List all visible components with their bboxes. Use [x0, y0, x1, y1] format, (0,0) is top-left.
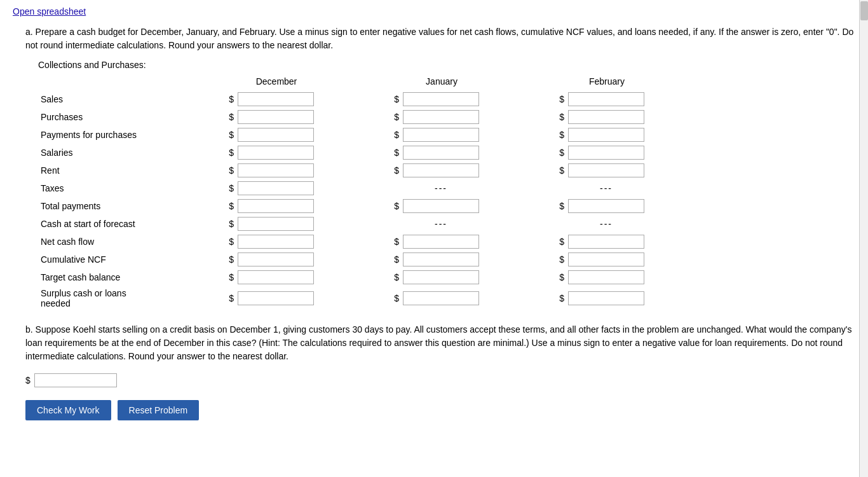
- dash-row5-col1: ---: [403, 183, 479, 193]
- input-row2-col0[interactable]: [238, 128, 314, 142]
- cell-row2-col0[interactable]: [235, 126, 318, 144]
- cell-row6-col1[interactable]: [400, 197, 483, 215]
- cell-row10-col1[interactable]: [400, 268, 483, 286]
- cell-row9-col2[interactable]: [566, 251, 648, 268]
- dollar-sign-row10-col1: $: [318, 268, 400, 286]
- input-row8-col1[interactable]: [403, 235, 479, 249]
- input-row8-col0[interactable]: [238, 235, 314, 249]
- input-row11-col0[interactable]: [238, 291, 314, 305]
- cell-row2-col1[interactable]: [400, 126, 483, 144]
- input-row10-col2[interactable]: [568, 270, 644, 284]
- cell-row7-col2: ---: [566, 215, 648, 233]
- cell-row3-col1[interactable]: [400, 144, 483, 162]
- input-row1-col0[interactable]: [238, 110, 314, 124]
- cell-row4-col2[interactable]: [566, 162, 648, 179]
- open-spreadsheet-link[interactable]: Open spreadsheet: [13, 6, 86, 17]
- cell-row8-col2[interactable]: [566, 233, 648, 251]
- cell-row9-col1[interactable]: [400, 251, 483, 268]
- cell-row7-col0[interactable]: [235, 215, 318, 233]
- cell-row9-col0[interactable]: [235, 251, 318, 268]
- input-row8-col2[interactable]: [568, 235, 644, 249]
- cell-row1-col0[interactable]: [235, 108, 318, 126]
- input-row5-col0[interactable]: [238, 181, 314, 195]
- input-row11-col1[interactable]: [403, 291, 479, 305]
- input-row2-col1[interactable]: [403, 128, 479, 142]
- input-row6-col2[interactable]: [568, 199, 644, 213]
- input-row0-col1[interactable]: [403, 92, 479, 106]
- cell-row3-col0[interactable]: [235, 144, 318, 162]
- cell-row3-col2[interactable]: [566, 144, 648, 162]
- row-label-7: Cash at start of forecast: [38, 215, 153, 233]
- cell-row5-col1: ---: [400, 179, 483, 197]
- dollar-sign-row2-col1: $: [318, 126, 400, 144]
- input-row3-col2[interactable]: [568, 146, 644, 160]
- input-row9-col1[interactable]: [403, 252, 479, 266]
- dollar-sign-row5-col1: [318, 179, 400, 197]
- dollar-sign-row10-col0: $: [153, 268, 235, 286]
- part-b-answer-input[interactable]: [34, 373, 117, 387]
- check-my-work-button[interactable]: Check My Work: [25, 400, 111, 420]
- input-row10-col0[interactable]: [238, 270, 314, 284]
- dollar-sign-row0-col0: $: [153, 90, 235, 108]
- dollar-sign-row11-col1: $: [318, 286, 400, 310]
- section-title: Collections and Purchases:: [13, 60, 855, 70]
- reset-problem-button[interactable]: Reset Problem: [118, 400, 200, 420]
- cell-row10-col2[interactable]: [566, 268, 648, 286]
- dollar-sign-row2-col0: $: [153, 126, 235, 144]
- cell-row1-col2[interactable]: [566, 108, 648, 126]
- cell-row5-col0[interactable]: [235, 179, 318, 197]
- cell-row11-col2[interactable]: [566, 286, 648, 310]
- cell-row7-col1: ---: [400, 215, 483, 233]
- cell-row0-col2[interactable]: [566, 90, 648, 108]
- cell-row4-col1[interactable]: [400, 162, 483, 179]
- dollar-sign-row11-col2: $: [483, 286, 566, 310]
- cell-row8-col1[interactable]: [400, 233, 483, 251]
- input-row0-col0[interactable]: [238, 92, 314, 106]
- row-label-5: Taxes: [38, 179, 153, 197]
- scrollbar-thumb[interactable]: [860, 1, 868, 20]
- input-row11-col2[interactable]: [568, 291, 644, 305]
- dollar-sign-row6-col0: $: [153, 197, 235, 215]
- cell-row6-col0[interactable]: [235, 197, 318, 215]
- dollar-sign-row6-col2: $: [483, 197, 566, 215]
- cell-row4-col0[interactable]: [235, 162, 318, 179]
- input-row10-col1[interactable]: [403, 270, 479, 284]
- input-row1-col1[interactable]: [403, 110, 479, 124]
- dollar-sign-row9-col0: $: [153, 251, 235, 268]
- dollar-sign-row8-col0: $: [153, 233, 235, 251]
- part-b-text: b. Suppose Koehl starts selling on a cre…: [13, 323, 855, 363]
- dollar-sign-row1-col2: $: [483, 108, 566, 126]
- input-row9-col0[interactable]: [238, 252, 314, 266]
- dollar-sign-row3-col0: $: [153, 144, 235, 162]
- row-label-2: Payments for purchases: [38, 126, 153, 144]
- input-row6-col0[interactable]: [238, 199, 314, 213]
- input-row2-col2[interactable]: [568, 128, 644, 142]
- input-row1-col2[interactable]: [568, 110, 644, 124]
- cell-row1-col1[interactable]: [400, 108, 483, 126]
- cell-row11-col1[interactable]: [400, 286, 483, 310]
- cell-row10-col0[interactable]: [235, 268, 318, 286]
- cell-row5-col2: ---: [566, 179, 648, 197]
- cell-row0-col1[interactable]: [400, 90, 483, 108]
- dollar-sign-row1-col0: $: [153, 108, 235, 126]
- dollar-sign-row0-col2: $: [483, 90, 566, 108]
- input-row3-col0[interactable]: [238, 146, 314, 160]
- dollar-sign-row7-col2: [483, 215, 566, 233]
- input-row4-col1[interactable]: [403, 163, 479, 177]
- input-row7-col0[interactable]: [238, 217, 314, 231]
- cell-row6-col2[interactable]: [566, 197, 648, 215]
- cell-row2-col2[interactable]: [566, 126, 648, 144]
- scrollbar[interactable]: [859, 0, 868, 427]
- input-row4-col2[interactable]: [568, 163, 644, 177]
- input-row4-col0[interactable]: [238, 163, 314, 177]
- cell-row8-col0[interactable]: [235, 233, 318, 251]
- dollar-sign-row8-col1: $: [318, 233, 400, 251]
- row-label-8: Net cash flow: [38, 233, 153, 251]
- row-label-11: Surplus cash or loansneeded: [38, 286, 153, 310]
- input-row0-col2[interactable]: [568, 92, 644, 106]
- input-row6-col1[interactable]: [403, 199, 479, 213]
- input-row3-col1[interactable]: [403, 146, 479, 160]
- input-row9-col2[interactable]: [568, 252, 644, 266]
- cell-row0-col0[interactable]: [235, 90, 318, 108]
- cell-row11-col0[interactable]: [235, 286, 318, 310]
